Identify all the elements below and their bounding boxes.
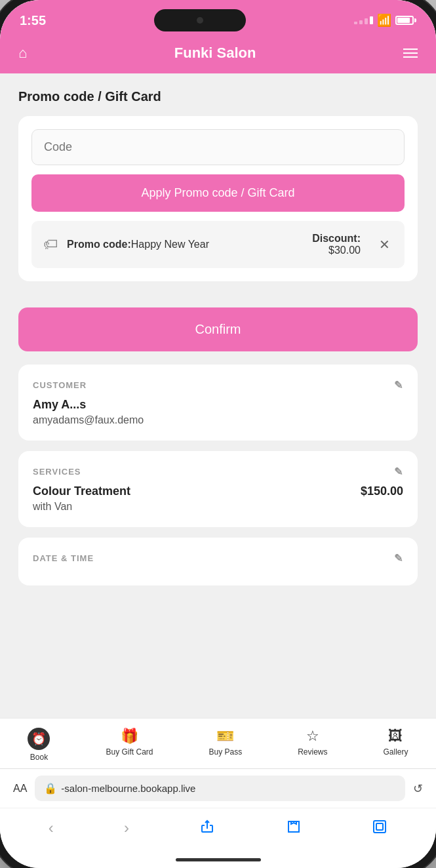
nav-item-book[interactable]: ⏰ Book [21,725,56,764]
customer-edit-icon[interactable]: ✎ [394,379,403,391]
nav-label-buy-pass: Buy Pass [208,747,242,757]
phone-frame: 1:55 📶 ⌂ Funki Salon [0,0,436,868]
bottom-nav: ⏰ Book 🎁 Buy Gift Card 🎫 Buy Pass ☆ Revi… [0,718,436,768]
services-section-label: SERVICES ✎ [33,465,403,478]
promo-heading: Promo code / Gift Card [18,89,418,104]
forward-button[interactable]: › [115,815,138,842]
signal-icon [354,16,373,24]
url-text: -salon-melbourne.bookapp.live [61,783,195,794]
services-edit-icon[interactable]: ✎ [394,465,403,478]
menu-icon[interactable] [403,49,418,58]
nav-label-reviews: Reviews [298,747,327,757]
pass-icon: 🎫 [216,728,234,745]
nav-item-reviews[interactable]: ☆ Reviews [291,725,334,764]
service-name: Colour Treatment [33,484,130,498]
share-button[interactable] [190,815,224,842]
url-bar[interactable]: 🔒 -salon-melbourne.bookapp.live [35,776,405,801]
details-section: CUSTOMER ✎ Amy A...s amyadams@faux.demo … [0,365,436,585]
customer-card: CUSTOMER ✎ Amy A...s amyadams@faux.demo [18,365,418,441]
remove-promo-button[interactable]: ✕ [376,234,393,255]
nav-item-gallery[interactable]: 🖼 Gallery [376,725,414,764]
tag-icon: 🏷 [43,236,58,253]
gift-card-icon: 🎁 [121,728,138,745]
promo-info: Promo code:Happy New Year [67,239,303,250]
app-title: Funki Salon [174,45,256,62]
promo-card: Apply Promo code / Gift Card 🏷 Promo cod… [18,116,418,281]
status-bar: 1:55 📶 [0,0,436,37]
services-card: SERVICES ✎ Colour Treatment with Van $15… [18,451,418,527]
browser-bar: AA 🔒 -salon-melbourne.bookapp.live ↺ [0,768,436,808]
status-icons: 📶 [354,13,416,28]
customer-email: amyadams@faux.demo [33,414,403,426]
service-provider: with Van [33,501,130,513]
svg-rect-0 [374,821,386,833]
customer-section-label: CUSTOMER ✎ [33,379,403,391]
promo-code-label: Promo code:Happy New Year [67,239,209,250]
datetime-card: DATE & TIME ✎ [18,538,418,585]
reload-icon[interactable]: ↺ [413,781,423,796]
tabs-button[interactable] [363,815,397,842]
nav-header: ⌂ Funki Salon [0,37,436,73]
applied-promo-row: 🏷 Promo code:Happy New Year Discount: $3… [31,221,405,268]
nav-item-gift-card[interactable]: 🎁 Buy Gift Card [99,725,159,764]
wifi-icon: 📶 [377,13,391,28]
home-indicator [0,853,436,868]
battery-icon [395,16,416,25]
main-content: Promo code / Gift Card Apply Promo code … [0,73,436,718]
star-icon: ☆ [306,728,319,745]
gallery-icon: 🖼 [388,728,403,745]
promo-discount: Discount: $30.00 [312,233,361,256]
notch [154,9,246,31]
bookmarks-button[interactable] [277,815,311,842]
nav-label-gift-card: Buy Gift Card [106,747,153,757]
datetime-edit-icon[interactable]: ✎ [394,552,403,564]
confirm-button[interactable]: Confirm [18,307,418,351]
nav-label-gallery: Gallery [383,747,408,757]
back-button[interactable]: ‹ [39,815,63,842]
apply-promo-button[interactable]: Apply Promo code / Gift Card [31,174,405,212]
customer-name: Amy A...s [33,398,403,412]
promo-section: Promo code / Gift Card Apply Promo code … [0,73,436,294]
home-icon[interactable]: ⌂ [18,45,27,62]
confirm-section: Confirm [0,294,436,365]
lock-icon: 🔒 [44,782,57,795]
status-time: 1:55 [20,13,46,28]
datetime-section-label: DATE & TIME ✎ [33,552,403,564]
service-details: Colour Treatment with Van [33,484,130,513]
nav-label-book: Book [30,753,48,762]
book-icon: ⏰ [28,728,50,750]
notch-dot [197,17,203,24]
svg-rect-1 [376,823,383,830]
service-price: $150.00 [361,484,403,498]
nav-item-buy-pass[interactable]: 🎫 Buy Pass [202,725,248,764]
aa-text[interactable]: AA [13,783,27,795]
code-input[interactable] [31,129,405,165]
home-bar [176,858,261,861]
service-row: Colour Treatment with Van $150.00 [33,484,403,513]
browser-controls: ‹ › [0,808,436,853]
